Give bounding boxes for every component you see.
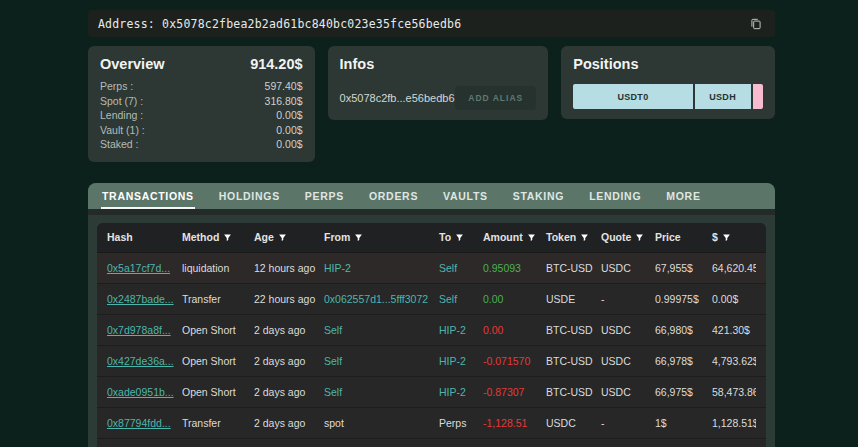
tab-staking[interactable]: STAKING bbox=[512, 184, 565, 209]
column-header: Token bbox=[546, 231, 601, 243]
usd-cell: 421.30$ bbox=[712, 324, 756, 336]
transactions-table: HashMethodAgeFromToAmountTokenQuotePrice… bbox=[97, 223, 766, 447]
from-cell: spot bbox=[324, 417, 439, 429]
address-bar: Address: 0x5078c2fbea2b2ad61bc840bc023e3… bbox=[88, 10, 775, 37]
price-cell: 67,955$ bbox=[655, 262, 712, 274]
tx-hash-link[interactable]: 0x87794fdd... bbox=[107, 417, 182, 429]
overview-row-value: 0.00$ bbox=[276, 108, 302, 123]
from-cell[interactable]: Self bbox=[324, 355, 439, 367]
table-row: 0x2487bade...Transfer22 hours ago0x06255… bbox=[97, 284, 766, 315]
filter-funnel-icon[interactable] bbox=[354, 233, 363, 242]
amount-cell: 0.00 bbox=[483, 293, 546, 305]
positions-title: Positions bbox=[573, 56, 763, 72]
tab-transactions[interactable]: TRANSACTIONS bbox=[101, 184, 195, 209]
price-cell: 66,978$ bbox=[655, 355, 712, 367]
column-header: Method bbox=[182, 231, 254, 243]
filter-funnel-icon[interactable] bbox=[527, 233, 536, 242]
usd-cell: 58,473.86$ bbox=[712, 386, 756, 398]
tx-hash-link[interactable]: 0x2487bade... bbox=[107, 293, 182, 305]
tab-vaults[interactable]: VAULTS bbox=[442, 184, 489, 209]
quote-cell: USDC bbox=[601, 386, 655, 398]
age-cell: 12 hours ago bbox=[254, 262, 324, 274]
amount-cell: 0.00 bbox=[483, 324, 546, 336]
column-header-label: To bbox=[439, 231, 451, 243]
method-cell: Transfer bbox=[182, 293, 254, 305]
column-header-label: Quote bbox=[601, 231, 631, 243]
overview-row: Lending :0.00$ bbox=[100, 108, 303, 123]
quote-cell: USDC bbox=[601, 324, 655, 336]
column-header-label: From bbox=[324, 231, 350, 243]
infos-title: Infos bbox=[340, 56, 537, 72]
price-cell: 66,975$ bbox=[655, 386, 712, 398]
to-cell[interactable]: Self bbox=[439, 262, 483, 274]
filter-funnel-icon[interactable] bbox=[455, 233, 464, 242]
to-cell[interactable]: HIP-2 bbox=[439, 355, 483, 367]
column-header-label: Hash bbox=[107, 231, 133, 243]
from-cell[interactable]: HIP-2 bbox=[324, 262, 439, 274]
price-cell: 1$ bbox=[655, 417, 712, 429]
overview-title: Overview bbox=[100, 56, 165, 72]
column-header-label: Token bbox=[546, 231, 576, 243]
column-header: Amount bbox=[483, 231, 546, 243]
tx-hash-link[interactable]: 0x427de36a... bbox=[107, 355, 182, 367]
tab-more[interactable]: MORE bbox=[665, 184, 701, 209]
to-cell[interactable]: Self bbox=[439, 293, 483, 305]
token-cell: BTC-USD bbox=[546, 386, 601, 398]
tab-lending[interactable]: LENDING bbox=[588, 184, 642, 209]
filter-funnel-icon[interactable] bbox=[722, 233, 731, 242]
column-header: From bbox=[324, 231, 439, 243]
tab-perps[interactable]: PERPS bbox=[304, 184, 345, 209]
overview-row: Vault (1) :0.00$ bbox=[100, 123, 303, 138]
filter-funnel-icon[interactable] bbox=[278, 233, 287, 242]
overview-row-label: Lending : bbox=[100, 108, 143, 123]
column-header-label: Amount bbox=[483, 231, 523, 243]
overview-row-value: 597.40$ bbox=[265, 79, 303, 94]
positions-bar: USDT0USDH bbox=[573, 84, 763, 109]
add-alias-button[interactable]: ADD ALIAS bbox=[455, 86, 536, 110]
column-header: $ bbox=[712, 231, 756, 243]
usd-cell: 64,620.45$ bbox=[712, 262, 756, 274]
positions-card: Positions USDT0USDH bbox=[561, 46, 775, 119]
usd-cell: 1,128.51$ bbox=[712, 417, 756, 429]
tab-bar-divider bbox=[88, 209, 775, 215]
tx-hash-link[interactable]: 0xade0951b... bbox=[107, 386, 182, 398]
column-header: Hash bbox=[107, 231, 182, 243]
to-cell[interactable]: HIP-2 bbox=[439, 386, 483, 398]
usd-cell: 0.00$ bbox=[712, 293, 756, 305]
position-segment[interactable]: USDH bbox=[695, 84, 753, 109]
overview-card: Overview 914.20$ Perps :597.40$Spot (7) … bbox=[88, 46, 315, 162]
table-row: 0x87794fdd...Transfer2 days agospotPerps… bbox=[97, 408, 766, 439]
overview-row: Spot (7) :316.80$ bbox=[100, 94, 303, 109]
copy-icon[interactable] bbox=[747, 15, 765, 33]
position-segment[interactable] bbox=[753, 84, 763, 109]
filter-funnel-icon[interactable] bbox=[223, 233, 232, 242]
quote-cell: - bbox=[601, 417, 655, 429]
token-cell: BTC-USD bbox=[546, 262, 601, 274]
price-cell: 0.99975$ bbox=[655, 293, 712, 305]
overview-row-value: 0.00$ bbox=[276, 123, 302, 138]
column-header: Price bbox=[655, 231, 712, 243]
overview-row-label: Vault (1) : bbox=[100, 123, 145, 138]
column-header-label: Method bbox=[182, 231, 219, 243]
table-header-row: HashMethodAgeFromToAmountTokenQuotePrice… bbox=[97, 223, 766, 253]
age-cell: 2 days ago bbox=[254, 355, 324, 367]
tab-orders[interactable]: ORDERS bbox=[368, 184, 419, 209]
column-header-label: Price bbox=[655, 231, 681, 243]
position-segment[interactable]: USDT0 bbox=[573, 84, 694, 109]
tx-hash-link[interactable]: 0x5a17cf7d... bbox=[107, 262, 182, 274]
filter-funnel-icon[interactable] bbox=[580, 233, 589, 242]
overview-row-label: Staked : bbox=[100, 137, 139, 152]
tab-holdings[interactable]: HOLDINGS bbox=[218, 184, 281, 209]
from-cell[interactable]: Self bbox=[324, 324, 439, 336]
overview-row-label: Perps : bbox=[100, 79, 133, 94]
usd-cell: 4,793.62$ bbox=[712, 355, 756, 367]
to-cell[interactable]: HIP-2 bbox=[439, 324, 483, 336]
to-cell: Perps bbox=[439, 417, 483, 429]
filter-funnel-icon[interactable] bbox=[635, 233, 644, 242]
token-cell: BTC-USD bbox=[546, 355, 601, 367]
method-cell: Open Short bbox=[182, 355, 254, 367]
from-cell[interactable]: 0x062557d1...5fff3072 bbox=[324, 293, 439, 305]
tx-hash-link[interactable]: 0x7d978a8f... bbox=[107, 324, 182, 336]
from-cell[interactable]: Self bbox=[324, 386, 439, 398]
method-cell: Transfer bbox=[182, 417, 254, 429]
